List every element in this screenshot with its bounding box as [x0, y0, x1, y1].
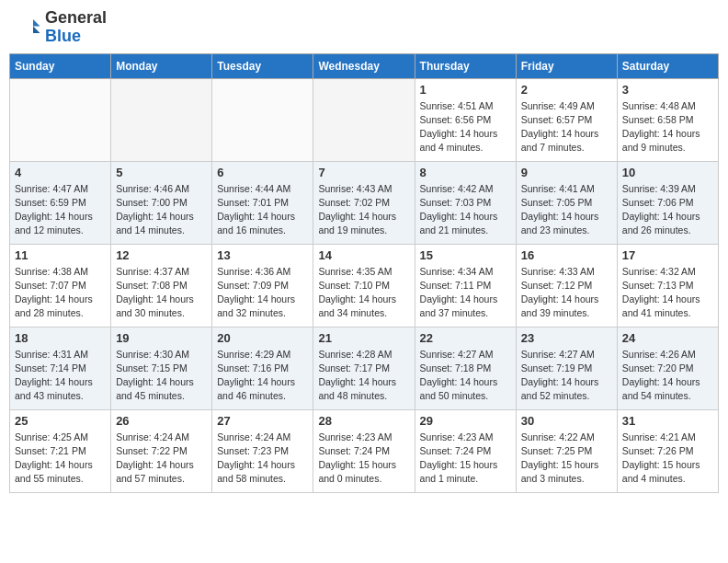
day-number: 6 — [217, 166, 308, 179]
day-number: 29 — [420, 414, 511, 428]
day-info: Sunrise: 4:23 AM Sunset: 7:24 PM Dayligh… — [420, 431, 511, 487]
day-number: 7 — [318, 166, 409, 179]
day-cell: 4Sunrise: 4:47 AM Sunset: 6:59 PM Daylig… — [10, 161, 111, 244]
day-cell: 12Sunrise: 4:37 AM Sunset: 7:08 PM Dayli… — [111, 244, 212, 327]
logo: General Blue — [14, 9, 107, 46]
day-number: 3 — [622, 83, 713, 97]
day-cell: 18Sunrise: 4:31 AM Sunset: 7:14 PM Dayli… — [10, 327, 111, 409]
day-info: Sunrise: 4:47 AM Sunset: 6:59 PM Dayligh… — [15, 182, 106, 238]
page-header: General Blue — [9, 9, 719, 46]
day-info: Sunrise: 4:26 AM Sunset: 7:20 PM Dayligh… — [622, 348, 713, 404]
day-info: Sunrise: 4:24 AM Sunset: 7:23 PM Dayligh… — [217, 431, 308, 487]
week-row-4: 18Sunrise: 4:31 AM Sunset: 7:14 PM Dayli… — [10, 327, 719, 409]
header-cell-saturday: Saturday — [617, 53, 718, 78]
day-cell: 19Sunrise: 4:30 AM Sunset: 7:15 PM Dayli… — [111, 327, 212, 409]
day-info: Sunrise: 4:27 AM Sunset: 7:19 PM Dayligh… — [521, 348, 612, 404]
day-cell: 17Sunrise: 4:32 AM Sunset: 7:13 PM Dayli… — [617, 244, 718, 327]
header-cell-wednesday: Wednesday — [313, 53, 415, 78]
day-info: Sunrise: 4:32 AM Sunset: 7:13 PM Dayligh… — [622, 265, 713, 321]
day-number: 22 — [420, 331, 511, 345]
day-info: Sunrise: 4:24 AM Sunset: 7:22 PM Dayligh… — [116, 431, 207, 487]
day-number: 10 — [622, 166, 713, 179]
day-cell: 6Sunrise: 4:44 AM Sunset: 7:01 PM Daylig… — [212, 161, 313, 244]
day-info: Sunrise: 4:48 AM Sunset: 6:58 PM Dayligh… — [622, 99, 713, 155]
day-cell — [111, 78, 212, 161]
day-cell: 21Sunrise: 4:28 AM Sunset: 7:17 PM Dayli… — [313, 327, 415, 409]
day-info: Sunrise: 4:37 AM Sunset: 7:08 PM Dayligh… — [116, 265, 207, 321]
day-info: Sunrise: 4:30 AM Sunset: 7:15 PM Dayligh… — [116, 348, 207, 404]
day-cell: 31Sunrise: 4:21 AM Sunset: 7:26 PM Dayli… — [617, 409, 718, 492]
day-cell: 9Sunrise: 4:41 AM Sunset: 7:05 PM Daylig… — [516, 161, 617, 244]
day-info: Sunrise: 4:36 AM Sunset: 7:09 PM Dayligh… — [217, 265, 308, 321]
day-number: 13 — [217, 248, 308, 262]
day-cell: 16Sunrise: 4:33 AM Sunset: 7:12 PM Dayli… — [516, 244, 617, 327]
header-cell-monday: Monday — [111, 53, 212, 78]
day-cell: 25Sunrise: 4:25 AM Sunset: 7:21 PM Dayli… — [10, 409, 111, 492]
logo-icon — [14, 14, 41, 41]
day-number: 15 — [420, 248, 511, 262]
day-info: Sunrise: 4:28 AM Sunset: 7:17 PM Dayligh… — [318, 348, 409, 404]
day-cell — [212, 78, 313, 161]
day-info: Sunrise: 4:21 AM Sunset: 7:26 PM Dayligh… — [622, 431, 713, 487]
day-info: Sunrise: 4:46 AM Sunset: 7:00 PM Dayligh… — [116, 182, 207, 238]
day-info: Sunrise: 4:34 AM Sunset: 7:11 PM Dayligh… — [420, 265, 511, 321]
day-number: 25 — [15, 414, 106, 428]
week-row-3: 11Sunrise: 4:38 AM Sunset: 7:07 PM Dayli… — [10, 244, 719, 327]
day-number: 5 — [116, 166, 207, 179]
day-number: 17 — [622, 248, 713, 262]
day-cell: 15Sunrise: 4:34 AM Sunset: 7:11 PM Dayli… — [415, 244, 516, 327]
day-number: 19 — [116, 331, 207, 345]
day-number: 1 — [420, 83, 511, 97]
day-number: 30 — [521, 414, 612, 428]
day-number: 9 — [521, 166, 612, 179]
day-cell: 13Sunrise: 4:36 AM Sunset: 7:09 PM Dayli… — [212, 244, 313, 327]
day-cell: 11Sunrise: 4:38 AM Sunset: 7:07 PM Dayli… — [10, 244, 111, 327]
day-number: 31 — [622, 414, 713, 428]
day-info: Sunrise: 4:33 AM Sunset: 7:12 PM Dayligh… — [521, 265, 612, 321]
day-cell: 14Sunrise: 4:35 AM Sunset: 7:10 PM Dayli… — [313, 244, 415, 327]
svg-marker-1 — [33, 26, 40, 33]
day-info: Sunrise: 4:44 AM Sunset: 7:01 PM Dayligh… — [217, 182, 308, 238]
day-cell: 3Sunrise: 4:48 AM Sunset: 6:58 PM Daylig… — [617, 78, 718, 161]
day-info: Sunrise: 4:23 AM Sunset: 7:24 PM Dayligh… — [318, 431, 409, 487]
day-number: 14 — [318, 248, 409, 262]
week-row-1: 1Sunrise: 4:51 AM Sunset: 6:56 PM Daylig… — [10, 78, 719, 161]
header-cell-friday: Friday — [516, 53, 617, 78]
day-cell — [10, 78, 111, 161]
day-number: 27 — [217, 414, 308, 428]
day-number: 21 — [318, 331, 409, 345]
day-info: Sunrise: 4:31 AM Sunset: 7:14 PM Dayligh… — [15, 348, 106, 404]
calendar-table: SundayMondayTuesdayWednesdayThursdayFrid… — [9, 53, 719, 493]
day-number: 26 — [116, 414, 207, 428]
week-row-5: 25Sunrise: 4:25 AM Sunset: 7:21 PM Dayli… — [10, 409, 719, 492]
day-info: Sunrise: 4:29 AM Sunset: 7:16 PM Dayligh… — [217, 348, 308, 404]
day-cell — [313, 78, 415, 161]
day-cell: 2Sunrise: 4:49 AM Sunset: 6:57 PM Daylig… — [516, 78, 617, 161]
day-number: 24 — [622, 331, 713, 345]
day-number: 20 — [217, 331, 308, 345]
day-info: Sunrise: 4:49 AM Sunset: 6:57 PM Dayligh… — [521, 99, 612, 155]
day-info: Sunrise: 4:39 AM Sunset: 7:06 PM Dayligh… — [622, 182, 713, 238]
day-number: 28 — [318, 414, 409, 428]
day-cell: 8Sunrise: 4:42 AM Sunset: 7:03 PM Daylig… — [415, 161, 516, 244]
header-row: SundayMondayTuesdayWednesdayThursdayFrid… — [10, 53, 719, 78]
day-cell: 26Sunrise: 4:24 AM Sunset: 7:22 PM Dayli… — [111, 409, 212, 492]
day-cell: 28Sunrise: 4:23 AM Sunset: 7:24 PM Dayli… — [313, 409, 415, 492]
day-cell: 10Sunrise: 4:39 AM Sunset: 7:06 PM Dayli… — [617, 161, 718, 244]
day-cell: 7Sunrise: 4:43 AM Sunset: 7:02 PM Daylig… — [313, 161, 415, 244]
day-info: Sunrise: 4:42 AM Sunset: 7:03 PM Dayligh… — [420, 182, 511, 238]
day-cell: 24Sunrise: 4:26 AM Sunset: 7:20 PM Dayli… — [617, 327, 718, 409]
day-cell: 30Sunrise: 4:22 AM Sunset: 7:25 PM Dayli… — [516, 409, 617, 492]
week-row-2: 4Sunrise: 4:47 AM Sunset: 6:59 PM Daylig… — [10, 161, 719, 244]
day-info: Sunrise: 4:22 AM Sunset: 7:25 PM Dayligh… — [521, 431, 612, 487]
day-number: 8 — [420, 166, 511, 179]
day-info: Sunrise: 4:35 AM Sunset: 7:10 PM Dayligh… — [318, 265, 409, 321]
day-number: 11 — [15, 248, 106, 262]
day-number: 2 — [521, 83, 612, 97]
day-info: Sunrise: 4:38 AM Sunset: 7:07 PM Dayligh… — [15, 265, 106, 321]
header-cell-sunday: Sunday — [10, 53, 111, 78]
day-cell: 27Sunrise: 4:24 AM Sunset: 7:23 PM Dayli… — [212, 409, 313, 492]
day-cell: 20Sunrise: 4:29 AM Sunset: 7:16 PM Dayli… — [212, 327, 313, 409]
day-info: Sunrise: 4:27 AM Sunset: 7:18 PM Dayligh… — [420, 348, 511, 404]
day-cell: 29Sunrise: 4:23 AM Sunset: 7:24 PM Dayli… — [415, 409, 516, 492]
